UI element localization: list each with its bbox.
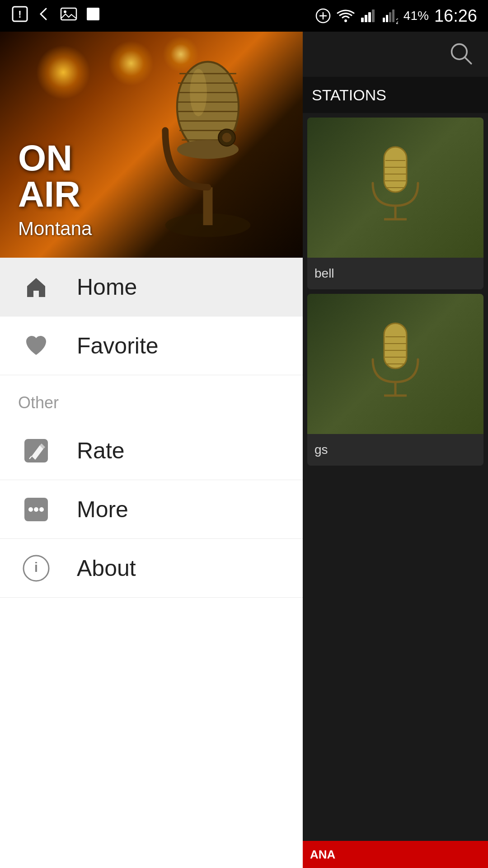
nav-item-more[interactable]: More	[0, 480, 303, 539]
status-left-icons: !	[11, 5, 101, 27]
svg-line-19	[465, 57, 471, 63]
station-card-2-image	[307, 294, 483, 434]
more-label: More	[77, 496, 128, 523]
nav-item-rate[interactable]: Rate	[0, 421, 303, 480]
svg-rect-13	[383, 18, 385, 22]
right-header	[303, 32, 488, 77]
about-label: About	[77, 555, 136, 581]
station-card-1-name: bell	[307, 258, 483, 289]
svg-rect-9	[361, 18, 364, 22]
svg-rect-37	[203, 187, 213, 225]
svg-point-57	[39, 507, 44, 512]
svg-text:2: 2	[396, 18, 398, 24]
svg-point-48	[190, 69, 207, 116]
stations-title: STATIONS	[312, 86, 386, 104]
nav-item-home[interactable]: Home	[0, 258, 303, 316]
svg-rect-20	[384, 147, 407, 192]
svg-rect-12	[372, 9, 375, 22]
favorite-label: Favorite	[77, 333, 159, 359]
station-card-1[interactable]: ANA bell	[307, 118, 483, 289]
svg-point-3	[64, 10, 66, 13]
status-bar: !	[0, 0, 488, 32]
station-name: Montana	[18, 218, 92, 240]
home-label: Home	[77, 274, 137, 300]
nav-item-favorite[interactable]: Favorite	[0, 316, 303, 375]
image-icon	[60, 5, 78, 27]
search-icon[interactable]	[447, 40, 474, 69]
back-icon[interactable]	[36, 6, 52, 26]
nav-menu: Home Favorite Other	[0, 258, 303, 868]
svg-text:!: !	[18, 9, 21, 20]
svg-point-55	[28, 507, 33, 512]
about-icon: i	[18, 550, 54, 586]
hero-microphone	[131, 45, 285, 244]
svg-rect-28	[384, 323, 407, 368]
svg-rect-16	[392, 9, 394, 22]
svg-rect-14	[386, 15, 388, 22]
right-title-bar: STATIONS	[303, 77, 488, 113]
home-icon	[18, 269, 54, 305]
station-card-1-image	[307, 118, 483, 258]
svg-point-8	[344, 19, 347, 22]
svg-rect-11	[368, 12, 371, 22]
clock: 16:26	[434, 6, 477, 26]
hero-light-1	[36, 45, 90, 99]
station-card-2[interactable]: ANA gs	[307, 294, 483, 466]
drawer: ON AIR Montana Home Favorite Other	[0, 32, 303, 868]
heart-icon	[18, 328, 54, 364]
status-right-info: 2 41% 16:26	[315, 6, 477, 26]
svg-text:i: i	[34, 560, 38, 575]
on-air-text: ON AIR	[18, 140, 80, 212]
battery-level: 41%	[404, 9, 429, 23]
svg-rect-15	[389, 12, 391, 22]
svg-point-56	[34, 507, 38, 512]
rate-icon	[18, 433, 54, 469]
svg-rect-4	[87, 8, 99, 20]
right-panel: STATIONS ANA bell	[303, 32, 488, 868]
other-section-label: Other	[0, 375, 303, 421]
svg-rect-10	[365, 15, 367, 22]
nav-item-about[interactable]: i About	[0, 539, 303, 598]
more-icon	[18, 491, 54, 528]
svg-point-51	[222, 133, 231, 142]
stop-icon	[85, 6, 101, 26]
station-card-2-name: gs	[307, 434, 483, 466]
rate-label: Rate	[77, 438, 125, 464]
svg-rect-2	[61, 8, 76, 20]
hero-image: ON AIR Montana	[0, 32, 303, 258]
alert-icon: !	[11, 5, 29, 27]
